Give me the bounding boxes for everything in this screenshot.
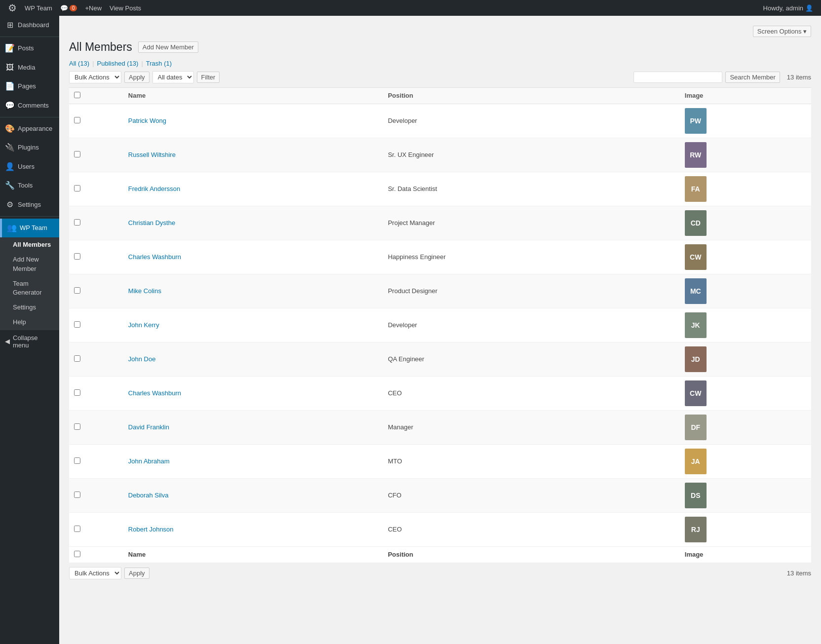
- row-check-11: [69, 478, 123, 512]
- sidebar-submenu-add-new-member[interactable]: Add New Member: [0, 252, 59, 276]
- sidebar-item-dashboard[interactable]: ⊞ Dashboard: [0, 16, 59, 35]
- row-checkbox-11[interactable]: [74, 492, 80, 498]
- member-name-link-3[interactable]: Christian Dysthe: [128, 219, 175, 227]
- bulk-actions-select-bottom[interactable]: Bulk Actions: [69, 567, 121, 579]
- member-name-link-10[interactable]: John Abraham: [128, 457, 170, 465]
- sidebar-submenu-all-members[interactable]: All Members: [0, 237, 59, 252]
- avatar-0: PW: [685, 108, 707, 134]
- comments-icon: 💬: [5, 100, 15, 111]
- member-name-link-5[interactable]: Mike Colins: [128, 287, 161, 295]
- table-row: Mike Colins Product Designer MC: [69, 274, 811, 308]
- sidebar-label-users: Users: [18, 162, 35, 171]
- add-new-member-button[interactable]: Add New Member: [138, 41, 198, 53]
- row-image-5: MC: [680, 274, 811, 308]
- new-icon: +: [85, 4, 89, 12]
- row-image-1: RW: [680, 138, 811, 172]
- sidebar-item-plugins[interactable]: 🔌 Plugins: [0, 138, 59, 157]
- sidebar: ⊞ Dashboard 📝 Posts 🖼 Media 📄 Pages 💬 Co…: [0, 16, 59, 644]
- apply-button[interactable]: Apply: [124, 72, 149, 83]
- member-name-link-7[interactable]: John Doe: [128, 355, 156, 363]
- apply-button-bottom[interactable]: Apply: [124, 568, 149, 579]
- header-name[interactable]: Name: [123, 87, 383, 104]
- adminbar-user[interactable]: Howdy, admin 👤: [759, 0, 817, 16]
- row-checkbox-1[interactable]: [74, 151, 80, 157]
- row-checkbox-5[interactable]: [74, 287, 80, 294]
- sidebar-item-appearance[interactable]: 🎨 Appearance: [0, 119, 59, 138]
- bulk-actions-select[interactable]: Bulk Actions: [69, 71, 121, 83]
- screen-options-button[interactable]: Screen Options ▾: [753, 26, 811, 37]
- sidebar-item-settings[interactable]: ⚙ Settings: [0, 195, 59, 214]
- member-name-link-12[interactable]: Robert Johnson: [128, 526, 174, 533]
- row-checkbox-4[interactable]: [74, 253, 80, 260]
- row-checkbox-10[interactable]: [74, 457, 80, 464]
- search-member-button[interactable]: Search Member: [725, 72, 780, 83]
- row-name-12: Robert Johnson: [123, 512, 383, 546]
- adminbar-site-name[interactable]: WP Team: [21, 0, 56, 16]
- sidebar-label-tools: Tools: [18, 181, 33, 190]
- member-name-link-2[interactable]: Fredrik Andersson: [128, 185, 181, 192]
- plugins-icon: 🔌: [5, 142, 15, 153]
- member-name-link-6[interactable]: John Kerry: [128, 321, 159, 329]
- adminbar-new[interactable]: + New: [81, 0, 106, 16]
- row-checkbox-9[interactable]: [74, 423, 80, 430]
- select-all-checkbox[interactable]: [74, 92, 80, 98]
- row-checkbox-3[interactable]: [74, 219, 80, 226]
- adminbar-wp-logo[interactable]: ⚙: [4, 0, 21, 16]
- filter-all[interactable]: All (13): [69, 60, 89, 67]
- row-checkbox-2[interactable]: [74, 185, 80, 191]
- row-position-7: QA Engineer: [383, 342, 680, 376]
- row-position-10: MTO: [383, 444, 680, 478]
- screen-options-bar: Screen Options ▾: [69, 26, 811, 37]
- collapse-menu-button[interactable]: ◀ Collapse menu: [0, 330, 59, 353]
- row-image-12: RJ: [680, 512, 811, 546]
- sidebar-item-pages[interactable]: 📄 Pages: [0, 77, 59, 96]
- member-name-link-9[interactable]: David Franklin: [128, 423, 169, 431]
- member-name-link-4[interactable]: Charles Washburn: [128, 253, 181, 261]
- footer-name[interactable]: Name: [123, 546, 383, 563]
- filter-trash[interactable]: Trash (1): [146, 60, 172, 67]
- sidebar-item-posts[interactable]: 📝 Posts: [0, 39, 59, 58]
- row-check-0: [69, 104, 123, 138]
- filter-published[interactable]: Published (13): [97, 60, 139, 67]
- select-all-checkbox-footer[interactable]: [74, 551, 80, 557]
- row-checkbox-7[interactable]: [74, 355, 80, 362]
- row-check-2: [69, 172, 123, 206]
- row-check-12: [69, 512, 123, 546]
- member-name-link-8[interactable]: Charles Washburn: [128, 389, 181, 397]
- tools-icon: 🔧: [5, 180, 15, 191]
- items-count-top: 13 items: [787, 74, 811, 81]
- search-member-input[interactable]: [634, 72, 722, 83]
- filter-button[interactable]: Filter: [197, 72, 220, 83]
- member-name-link-1[interactable]: Russell Wiltshire: [128, 151, 176, 158]
- member-name-link-11[interactable]: Deborah Silva: [128, 492, 169, 499]
- sidebar-item-media[interactable]: 🖼 Media: [0, 58, 59, 77]
- row-check-5: [69, 274, 123, 308]
- toolbar-top: Bulk Actions Apply All dates Filter Sear…: [69, 71, 811, 83]
- row-checkbox-8[interactable]: [74, 389, 80, 396]
- media-icon: 🖼: [5, 62, 15, 73]
- row-check-1: [69, 138, 123, 172]
- sidebar-submenu-team-generator[interactable]: Team Generator: [0, 276, 59, 300]
- items-count-bottom: 13 items: [787, 569, 811, 577]
- row-checkbox-0[interactable]: [74, 117, 80, 123]
- sidebar-submenu-help[interactable]: Help: [0, 315, 59, 330]
- sidebar-item-wpteam[interactable]: 👥 WP Team: [0, 219, 59, 237]
- sidebar-item-users[interactable]: 👤 Users: [0, 157, 59, 176]
- sidebar-item-tools[interactable]: 🔧 Tools: [0, 176, 59, 195]
- row-image-8: CW: [680, 376, 811, 410]
- adminbar-comments[interactable]: 💬 0: [56, 0, 81, 16]
- submenu-settings-label: Settings: [13, 303, 36, 312]
- dashboard-icon: ⊞: [5, 20, 15, 31]
- adminbar-view-posts[interactable]: View Posts: [106, 0, 145, 16]
- sidebar-submenu-settings[interactable]: Settings: [0, 300, 59, 315]
- table-header-row: Name Position Image: [69, 87, 811, 104]
- row-name-9: David Franklin: [123, 410, 383, 444]
- sep-1: |: [92, 60, 94, 67]
- all-dates-select[interactable]: All dates: [152, 71, 194, 83]
- row-check-3: [69, 206, 123, 240]
- sidebar-item-comments[interactable]: 💬 Comments: [0, 96, 59, 115]
- users-icon: 👤: [5, 161, 15, 172]
- row-checkbox-12[interactable]: [74, 526, 80, 532]
- member-name-link-0[interactable]: Patrick Wong: [128, 117, 166, 124]
- row-checkbox-6[interactable]: [74, 321, 80, 328]
